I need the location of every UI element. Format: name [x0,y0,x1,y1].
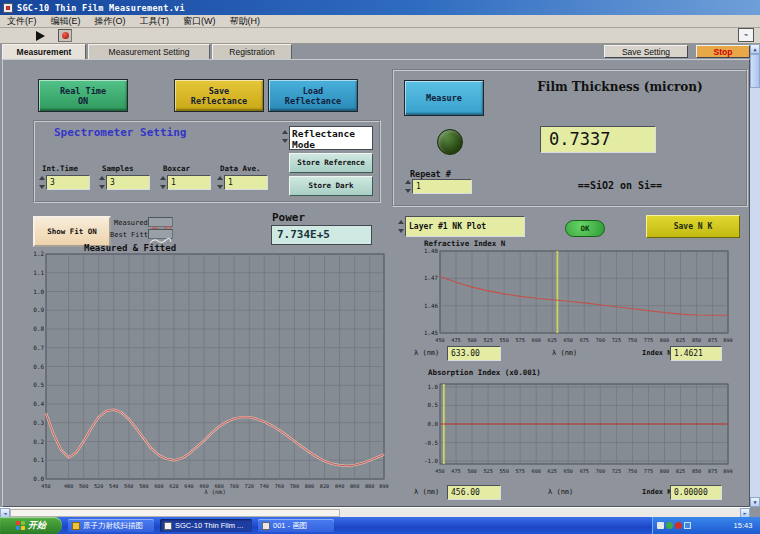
ok-button[interactable]: OK [565,220,605,237]
svg-text:475: 475 [451,337,460,343]
index-k-label: Index K [642,488,672,496]
refractive-index-chart[interactable]: 4504755005255505756006256506757007257507… [404,247,748,347]
svg-text:625: 625 [548,468,557,474]
data-ave-input[interactable]: 1 [224,175,268,190]
horizontal-scrollbar[interactable]: ◄ ► [0,507,750,517]
absorption-index-chart[interactable]: 4504755005255505756006256506757007257507… [404,378,748,480]
abort-icon[interactable] [58,29,72,42]
int-time-label: Int.Time [42,164,78,173]
save-nk-button[interactable]: Save N K [646,215,740,238]
data-ave-stepper[interactable] [216,175,224,190]
svg-text:0.7: 0.7 [33,344,44,351]
hscroll-thumb[interactable] [10,509,340,517]
taskbar-task-paint[interactable]: 001 - 画图 [258,519,334,532]
tab-registration[interactable]: Registration [212,44,292,59]
svg-text:580: 580 [139,483,148,489]
svg-text:1.45: 1.45 [424,330,438,336]
svg-text:600: 600 [532,337,541,343]
mode-dropdown[interactable]: Reflectance Mode [289,126,373,150]
vscroll-thumb[interactable] [750,54,760,88]
layer-stepper[interactable] [397,219,405,234]
vertical-scrollbar[interactable]: ▲ ▼ [750,44,760,507]
real-time-button[interactable]: Real Time ON [38,79,128,112]
store-reference-button[interactable]: Store Reference [289,153,373,173]
boxcar-stepper[interactable] [159,175,167,190]
svg-text:725: 725 [612,468,621,474]
svg-text:700: 700 [596,337,605,343]
menu-help[interactable]: 帮助(H) [223,15,268,28]
svg-text:500: 500 [467,468,476,474]
svg-text:800: 800 [305,483,314,489]
menu-operate[interactable]: 操作(O) [88,15,133,28]
svg-text:1.0: 1.0 [33,288,44,295]
tab-measurement-setting[interactable]: Measurement Setting [88,44,210,59]
samples-stepper[interactable] [98,175,106,190]
svg-text:875: 875 [708,337,717,343]
measured-fitted-chart[interactable]: 4504805005205405605806006206406606807007… [33,250,389,496]
stop-button[interactable]: Stop [696,45,750,58]
menu-file[interactable]: 文件(F) [0,15,44,28]
svg-text:560: 560 [124,483,133,489]
svg-text:-1.0: -1.0 [424,458,438,464]
svg-text:650: 650 [564,468,573,474]
repeat-input[interactable]: 1 [412,179,472,194]
svg-text:0.5: 0.5 [33,381,44,388]
svg-text:760: 760 [275,483,284,489]
boxcar-input[interactable]: 1 [167,175,211,190]
samples-input[interactable]: 3 [106,175,150,190]
svg-text:780: 780 [290,483,299,489]
measure-button[interactable]: Measure [404,80,484,116]
store-dark-button[interactable]: Store Dark [289,176,373,196]
material-label: ==SiO2 on Si== [540,180,700,191]
svg-text:450: 450 [435,337,444,343]
power-value: 7.734E+5 [271,225,372,245]
labview-doc-icon [164,522,172,530]
save-setting-button[interactable]: Save Setting [604,45,688,58]
repeat-stepper[interactable] [404,179,412,194]
run-arrow-icon[interactable] [36,31,45,41]
int-time-input[interactable]: 3 [46,175,90,190]
k-cursor-lambda-value[interactable]: 456.00 [447,485,501,500]
window-titlebar[interactable]: SGC-10 Thin Film Measurement.vi [0,0,760,15]
taskbar-task-sgc10[interactable]: SGC-10 Thin Film ... [160,519,252,532]
boxcar-label: Boxcar [163,164,190,173]
svg-text:899: 899 [379,483,388,489]
svg-text:540: 540 [109,483,118,489]
svg-text:λ (nm): λ (nm) [204,488,226,495]
menu-edit[interactable]: 编辑(E) [44,15,88,28]
tab-measurement[interactable]: Measurement [2,44,86,59]
index-k-value: 0.00000 [670,485,722,500]
svg-text:880: 880 [365,483,374,489]
svg-text:825: 825 [676,468,685,474]
svg-text:0.4: 0.4 [33,400,44,407]
menu-window[interactable]: 窗口(W) [176,15,223,28]
samples-label: Samples [102,164,134,173]
svg-text:0.6: 0.6 [33,363,44,370]
folder-icon [72,522,80,530]
svg-text:899: 899 [723,468,732,474]
layer-dropdown[interactable]: Layer #1 NK Plot [405,216,525,237]
svg-text:600: 600 [154,483,163,489]
svg-text:850: 850 [692,468,701,474]
save-reflectance-button[interactable]: Save Reflectance [174,79,264,112]
volume-icon[interactable] [684,522,691,529]
int-time-stepper[interactable] [38,175,46,190]
antivirus-icon[interactable] [666,522,673,529]
menu-tools[interactable]: 工具(T) [133,15,177,28]
n-cursor-lambda-value[interactable]: 633.00 [447,346,501,361]
start-button[interactable]: 开始 [0,517,62,534]
svg-text:740: 740 [260,483,269,489]
network-icon[interactable] [657,522,664,529]
svg-text:-0.5: -0.5 [424,440,438,446]
svg-text:650: 650 [564,337,573,343]
k-xaxis-label: λ (nm) [548,488,573,496]
mode-stepper[interactable] [281,129,289,144]
load-reflectance-button[interactable]: Load Reflectance [268,79,358,112]
svg-text:675: 675 [580,468,589,474]
alert-icon[interactable] [675,522,682,529]
taskbar: 开始 原子力射线扫描图 SGC-10 Thin Film ... 001 - 画… [0,517,760,534]
film-thickness-title: Film Thickness (micron) [500,80,740,94]
svg-text:575: 575 [515,337,524,343]
power-label: Power [272,211,305,224]
taskbar-task-afm[interactable]: 原子力射线扫描图 [68,519,154,532]
